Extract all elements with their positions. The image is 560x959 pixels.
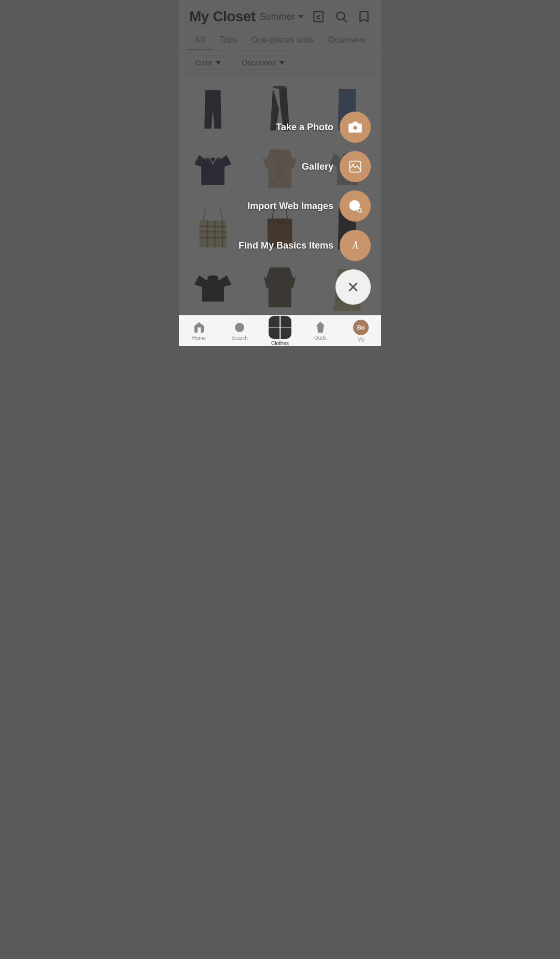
home-icon xyxy=(193,321,205,334)
app-container: My Closet Summer All xyxy=(179,0,381,346)
globe-search-icon xyxy=(348,199,362,213)
svg-point-48 xyxy=(237,324,241,328)
gallery-label: Gallery xyxy=(302,161,333,172)
nav-clothes-label: Clothes xyxy=(271,340,289,346)
nav-my[interactable]: Bo My xyxy=(341,316,381,346)
nav-home-label: Home xyxy=(192,335,206,341)
nav-search[interactable]: Search xyxy=(219,316,260,346)
basics-label: Find My Basics Items xyxy=(239,240,333,251)
action-buttons: Take a Photo Gallery Impor xyxy=(239,0,371,315)
close-icon xyxy=(345,279,361,295)
nav-outfit[interactable]: Outfit xyxy=(300,316,341,346)
avatar-initial: Bo xyxy=(357,324,365,331)
import-web-label: Import Web Images xyxy=(247,201,333,212)
bottom-nav: Home Search Clothes Outfit xyxy=(179,315,381,346)
close-button[interactable] xyxy=(335,269,371,305)
camera-icon xyxy=(348,120,362,134)
basics-button[interactable]: Å xyxy=(340,230,371,261)
gallery-icon xyxy=(348,159,362,174)
take-photo-row: Take a Photo xyxy=(276,112,371,143)
svg-text:Å: Å xyxy=(351,240,358,251)
take-photo-label: Take a Photo xyxy=(276,122,333,133)
search-circle-icon xyxy=(233,321,246,334)
nav-clothes[interactable]: Clothes xyxy=(260,316,300,346)
avatar: Bo xyxy=(353,320,369,335)
svg-point-40 xyxy=(352,163,354,166)
nav-search-label: Search xyxy=(231,335,248,341)
basics-icon: Å xyxy=(348,238,362,253)
nav-my-label: My xyxy=(357,337,364,342)
gallery-button[interactable] xyxy=(340,151,371,182)
nav-home[interactable]: Home xyxy=(179,316,219,346)
gallery-row: Gallery xyxy=(302,151,371,182)
take-photo-button[interactable] xyxy=(340,112,371,143)
basics-row: Find My Basics Items Å xyxy=(239,230,371,261)
import-web-row: Import Web Images xyxy=(247,190,371,222)
outfit-icon xyxy=(314,321,327,334)
nav-outfit-label: Outfit xyxy=(314,335,327,341)
svg-line-43 xyxy=(361,212,362,213)
import-web-button[interactable] xyxy=(340,190,371,222)
clothes-grid-icon xyxy=(269,316,291,339)
svg-point-42 xyxy=(358,209,361,212)
